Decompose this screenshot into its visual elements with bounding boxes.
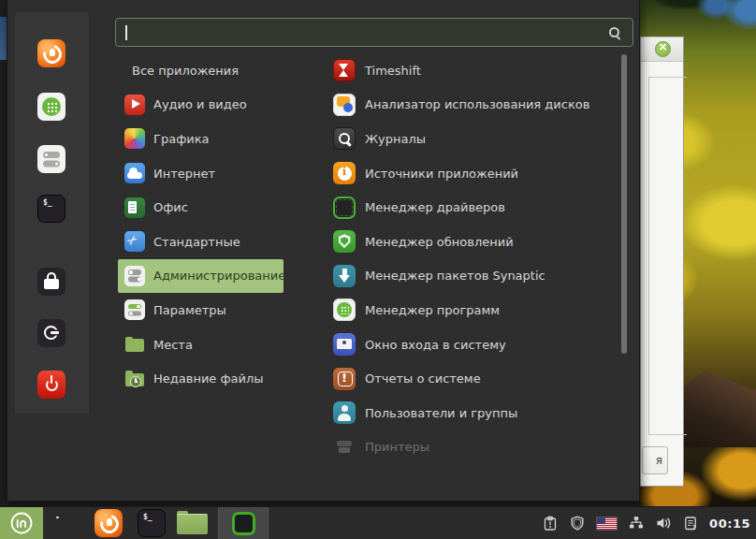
- category-accessories[interactable]: Стандартные: [118, 225, 284, 259]
- search-icon: [608, 26, 622, 40]
- app-list-scrollbar[interactable]: [621, 54, 627, 354]
- magnifier-icon: [333, 127, 356, 150]
- printer-icon: [333, 436, 356, 459]
- firefox-launcher[interactable]: [94, 509, 123, 537]
- category-label: Недавние файлы: [153, 371, 264, 386]
- audio-video-icon: [124, 95, 145, 115]
- category-places[interactable]: Места: [118, 328, 284, 362]
- category-preferences[interactable]: Параметры: [118, 293, 284, 328]
- update-shield-tray-icon[interactable]: [569, 515, 586, 532]
- app-timeshift[interactable]: Timeshift: [327, 53, 618, 88]
- app-users-groups[interactable]: Пользователи и группы: [327, 396, 618, 430]
- app-printers[interactable]: Принтеры: [327, 430, 618, 465]
- category-recent-files[interactable]: Недавние файлы: [118, 361, 284, 396]
- window-list-driver-manager[interactable]: [218, 507, 269, 539]
- favorites-sidebar: [15, 12, 89, 414]
- mint-menu-popup: Все приложения Аудио и видео Графика Инт…: [7, 0, 640, 502]
- graphics-icon: [124, 128, 145, 149]
- office-icon: [124, 197, 145, 218]
- app-label: Менеджер пакетов Synaptic: [365, 269, 545, 283]
- background-window-partial-button[interactable]: я: [642, 446, 668, 474]
- category-label: Аудио и видео: [153, 97, 247, 111]
- user-icon: [333, 401, 356, 424]
- folder-icon: [124, 334, 145, 355]
- exclamation-icon: [333, 368, 356, 390]
- category-graphics[interactable]: Графика: [118, 122, 284, 156]
- category-office[interactable]: Офис: [118, 190, 284, 225]
- app-label: Анализатор использования дисков: [365, 97, 589, 111]
- info-icon: [333, 162, 356, 184]
- internet-icon: [124, 163, 145, 183]
- app-software-manager[interactable]: Менеджер программ: [327, 293, 618, 328]
- category-list: Все приложения Аудио и видео Графика Инт…: [118, 53, 290, 396]
- category-label: Стандартные: [153, 235, 240, 249]
- shield-icon: [333, 230, 356, 253]
- driver-manager-icon: [333, 197, 356, 219]
- category-label: Интернет: [153, 167, 215, 181]
- category-administration[interactable]: Администрирование: [118, 259, 284, 294]
- background-window: я: [640, 36, 684, 487]
- mint-logo-icon: [9, 511, 34, 535]
- lock-screen-icon[interactable]: [37, 268, 65, 296]
- app-label: Окно входа в систему: [365, 338, 506, 352]
- shutdown-icon[interactable]: [37, 371, 65, 399]
- app-login-window[interactable]: Окно входа в систему: [327, 328, 618, 362]
- app-logs[interactable]: Журналы: [327, 122, 618, 156]
- category-label: Графика: [153, 132, 210, 146]
- bottom-panel: 00:15: [0, 506, 756, 539]
- background-window-titlebar: [641, 37, 683, 62]
- administration-icon: [124, 266, 145, 286]
- app-software-sources[interactable]: Источники приложений: [327, 156, 618, 191]
- category-label: Места: [153, 338, 193, 352]
- volume-tray-icon[interactable]: [655, 515, 672, 532]
- terminal-launcher[interactable]: [138, 509, 166, 537]
- firefox-icon[interactable]: [37, 39, 65, 67]
- download-arrow-icon: [333, 265, 356, 287]
- app-label: Отчеты о системе: [365, 371, 481, 386]
- window-close-button[interactable]: [655, 41, 671, 57]
- app-label: Менеджер программ: [365, 303, 500, 317]
- menu-button[interactable]: [0, 507, 43, 539]
- wallpaper-sky-sliver: [0, 17, 7, 60]
- notes-tray-icon[interactable]: [682, 515, 699, 532]
- recent-files-icon: [124, 369, 145, 389]
- network-tray-icon[interactable]: [628, 515, 645, 532]
- preferences-icon: [124, 299, 145, 320]
- desktop: я Все приложения Аудио и видео: [0, 0, 756, 539]
- app-update-manager[interactable]: Менеджер обновлений: [327, 225, 618, 259]
- category-label: Параметры: [153, 303, 226, 317]
- category-audio-video[interactable]: Аудио и видео: [118, 88, 284, 123]
- app-label: Пользователи и группы: [365, 406, 517, 420]
- category-label: Администрирование: [153, 269, 285, 283]
- app-label: Timeshift: [365, 64, 421, 78]
- category-all-applications[interactable]: Все приложения: [118, 53, 284, 88]
- search-box: [115, 18, 633, 47]
- app-synaptic[interactable]: Менеджер пакетов Synaptic: [327, 259, 618, 294]
- system-tray: 00:15: [542, 507, 756, 539]
- app-label: Принтеры: [365, 440, 429, 454]
- software-manager-icon[interactable]: [37, 93, 65, 121]
- category-internet[interactable]: Интернет: [118, 156, 284, 191]
- app-system-reports[interactable]: Отчеты о системе: [327, 361, 618, 396]
- clock[interactable]: 00:15: [709, 517, 750, 531]
- category-label: Все приложения: [132, 64, 239, 78]
- category-label: Офис: [153, 200, 188, 214]
- app-disk-usage-analyzer[interactable]: Анализатор использования дисков: [327, 88, 618, 123]
- software-manager-icon: [333, 299, 356, 321]
- app-label: Журналы: [365, 132, 426, 146]
- background-window-frame: [648, 77, 687, 435]
- app-label: Источники приложений: [365, 167, 518, 181]
- app-label: Менеджер обновлений: [365, 235, 514, 249]
- logout-icon[interactable]: [37, 319, 65, 347]
- terminal-icon[interactable]: [37, 195, 65, 223]
- driver-manager-window-icon: [232, 512, 255, 535]
- application-list: Timeshift Анализатор использования диско…: [327, 53, 618, 464]
- timeshift-icon: [333, 59, 356, 81]
- login-screen-icon: [333, 333, 356, 356]
- disk-usage-icon: [333, 94, 356, 116]
- app-driver-manager[interactable]: Менеджер драйверов: [327, 190, 618, 225]
- keyboard-layout-us-flag-icon[interactable]: [596, 517, 618, 531]
- search-input[interactable]: [125, 22, 597, 44]
- system-reports-tray-icon[interactable]: [542, 515, 559, 532]
- system-settings-icon[interactable]: [37, 145, 65, 173]
